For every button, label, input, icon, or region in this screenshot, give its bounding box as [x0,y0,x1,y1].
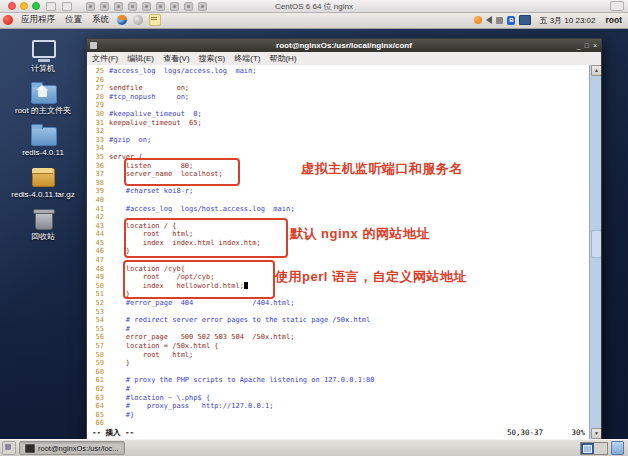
vm-toolbar-icon[interactable] [170,2,179,11]
folder-icon [30,124,56,146]
terminal-window-controls: _ □ × [577,42,601,49]
desktop-icon-archive[interactable]: redis-4.0.11.tar.gz [4,166,82,199]
terminal-menu[interactable]: 搜索(S) [199,53,226,64]
terminal-menu[interactable]: 终端(T) [234,53,260,64]
taskbar-terminal-label: root@nginxOs:/usr/loc... [38,444,119,453]
vm-window-button[interactable] [46,2,56,11]
code-line: 63 #location ~ \.php$ { [90,394,589,403]
vm-toolbar-icon[interactable] [128,2,137,11]
annotation-box-location-cyb [123,260,275,299]
maximize-icon[interactable]: □ [585,42,589,49]
code-line: 56 error_page 500 502 503 504 /50x.html; [90,333,589,342]
minimize-icon[interactable]: _ [577,42,581,49]
panel-clock[interactable]: 五 3月 10 23:02 [539,15,595,26]
vim-scroll-percent: 30% [571,428,585,438]
code-line: 34 [90,144,589,153]
panel-menu[interactable]: 系统 [87,14,114,26]
vm-titlebar: CentOS 6 64 位 nginx [0,0,628,13]
desktop-icons: 计算机root 的主文件夹redis-4.0.11redis-4.0.11.ta… [4,40,82,241]
panel-menu[interactable]: 位置 [60,14,87,26]
annotation-box-location-root [124,218,288,258]
close-icon[interactable]: × [593,42,597,49]
launcher-icon[interactable] [133,15,143,25]
bluetooth-icon[interactable]: B [507,16,515,25]
scrollbar-thumb[interactable] [591,230,601,258]
panel-menus: 应用程序位置系统 [16,14,114,26]
vm-window-button2[interactable] [62,2,72,11]
show-desktop-button[interactable] [2,441,16,455]
vm-close-icon[interactable] [8,2,16,10]
vm-settings-button[interactable] [610,1,624,11]
notes-icon[interactable] [149,14,161,26]
vm-toolbar [86,2,207,11]
desktop-icon-label: 回收站 [31,232,55,241]
scrollbar[interactable]: ▲ ▼ [589,65,601,439]
vm-toolbar-icon[interactable] [156,2,165,11]
vm-zoom-icon[interactable] [32,2,40,10]
gnome-panel: 应用程序位置系统 B 五 3月 10 23:02 root [0,12,628,29]
terminal-titlebar[interactable]: root@nginxOs:/usr/local/nginx/conf _ □ × [87,39,601,52]
terminal-menu[interactable]: 编辑(E) [127,53,154,64]
terminal-window-icon [90,42,97,49]
vim-mode: -- 插入 -- [92,428,134,437]
desktop-icon-folder[interactable]: redis-4.0.11 [4,124,82,157]
vm-toolbar-icon[interactable] [198,2,207,11]
vm-toolbar-icon[interactable] [114,2,123,11]
firefox-icon[interactable] [117,15,127,25]
network-icon[interactable] [519,15,531,25]
code-line: 55 # [90,325,589,334]
code-line: 53 [90,308,589,317]
code-line: 32 [90,127,589,136]
workspace-switcher[interactable] [580,442,608,455]
code-line: 64 # proxy_pass http://127.0.0.1; [90,402,589,411]
taskbar: root@nginxOs:/usr/loc... [0,439,628,456]
panel-menu[interactable]: 应用程序 [16,14,60,26]
applications-menu-icon[interactable] [3,15,13,25]
annotation-text-1: 虚拟主机监听端口和服务名 [301,160,463,178]
desktop-icon-home[interactable]: root 的主文件夹 [4,82,82,115]
code-line: 31keepalive_timeout 65; [90,119,589,128]
volume-icon[interactable] [486,16,492,24]
code-line: 65 #} [90,411,589,420]
terminal-menu[interactable]: 查看(V) [163,53,190,64]
vim-editor[interactable]: 25#access_log logs/access.log main;2627s… [87,65,601,439]
desktop-icon-trash[interactable]: 回收站 [4,208,82,241]
network-activity-icon[interactable] [474,16,482,24]
code-line: 26 [90,76,589,85]
terminal-menu[interactable]: 帮助(H) [269,53,296,64]
annotation-box-listen [124,158,240,186]
vim-statusline: -- 插入 -- 50,30-37 30% [92,428,587,438]
desktop-icon-computer[interactable]: 计算机 [4,40,82,73]
code-line: 39 #charset koi8-r; [90,187,589,196]
vm-toolbar-icon[interactable] [142,2,151,11]
desktop-icon-label: redis-4.0.11.tar.gz [11,190,74,199]
workspace-2[interactable] [594,443,607,454]
terminal-menu[interactable]: 文件(F) [92,53,118,64]
code-line: 58 root html; [90,351,589,360]
code-line: 60 [90,368,589,377]
vm-minimize-icon[interactable] [20,2,28,10]
annotation-text-3: 使用perl 语言，自定义网站地址 [275,268,467,286]
code-line: 66 [90,419,589,428]
code-line: 59 } [90,359,589,368]
annotation-text-2: 默认 nginx 的网站地址 [290,225,430,243]
terminal-task-icon [25,444,35,453]
code-line: 29 [90,101,589,110]
input-method-icon[interactable] [496,17,503,24]
code-line: 52 #error_page 404 /404.html; [90,299,589,308]
code-line: 54 # redirect server error pages to the … [90,316,589,325]
workspace-1[interactable] [581,443,594,454]
code-line: 41 #access_log logs/host.access.log main… [90,205,589,214]
vm-toolbar-icon[interactable] [184,2,193,11]
taskbar-terminal-button[interactable]: root@nginxOs:/usr/loc... [19,441,125,455]
code-line: 33#gzip on; [90,136,589,145]
trash-applet-icon[interactable] [611,441,624,455]
vm-toolbar-icon[interactable] [86,2,95,11]
home-icon [30,82,56,104]
vim-cursor-position: 50,30-37 [507,428,543,438]
scroll-up-icon[interactable]: ▲ [591,65,601,76]
scroll-down-icon[interactable]: ▼ [591,428,601,439]
vm-toolbar-icon[interactable] [100,2,109,11]
desktop-icon-label: redis-4.0.11 [22,148,64,157]
panel-user[interactable]: root [605,15,622,25]
